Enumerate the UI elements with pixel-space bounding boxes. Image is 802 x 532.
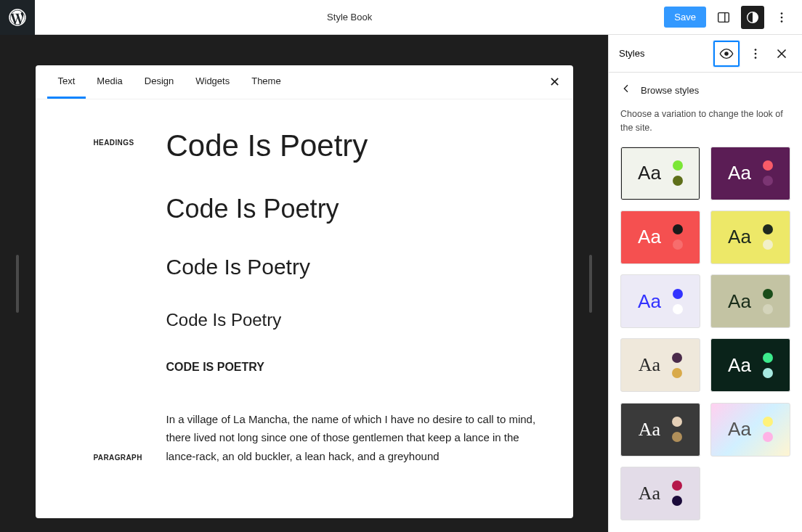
variation-palette: [763, 353, 773, 378]
color-dot: [673, 224, 683, 234]
variation-text-sample: Aa: [728, 290, 751, 313]
color-dot: [672, 417, 682, 427]
sidebar-title: Styles: [619, 48, 644, 59]
variation-palette: [763, 224, 773, 250]
svg-point-5: [781, 16, 783, 18]
variation-palette: [673, 160, 683, 186]
heading-3-sample[interactable]: Code Is Poetry: [166, 255, 537, 279]
variation-palette: [672, 353, 682, 378]
paragraph-sample[interactable]: In a village of La Mancha, the name of w…: [166, 410, 537, 466]
tab-text[interactable]: Text: [47, 65, 86, 99]
sidebar-description: Choose a variation to change the look of…: [609, 100, 802, 147]
color-dot: [763, 353, 773, 363]
svg-rect-1: [718, 12, 729, 22]
variation-text-sample: Aa: [728, 354, 751, 377]
variation-text-sample: Aa: [639, 483, 660, 504]
variation-text-sample: Aa: [638, 162, 661, 184]
kebab-icon: [774, 9, 790, 25]
close-sidebar-button[interactable]: [771, 44, 792, 64]
color-dot: [763, 224, 773, 234]
color-dot: [763, 368, 773, 378]
styles-button[interactable]: [741, 6, 764, 29]
variation-palette: [673, 289, 683, 314]
color-dot: [673, 176, 683, 186]
color-dot: [763, 160, 773, 171]
tab-widgets[interactable]: Widgets: [185, 65, 240, 99]
variation-palette: [672, 417, 682, 442]
color-dot: [672, 368, 682, 378]
heading-5-sample[interactable]: CODE IS POETRY: [166, 361, 537, 374]
color-dot: [672, 480, 682, 491]
color-dot: [672, 496, 682, 506]
variation-text-sample: Aa: [728, 162, 751, 184]
variation-text-sample: Aa: [728, 226, 751, 248]
style-variation-0[interactable]: Aa: [620, 147, 700, 200]
heading-2-sample[interactable]: Code Is Poetry: [166, 194, 537, 224]
color-dot: [763, 240, 773, 250]
close-stylebook-button[interactable]: ✕: [549, 74, 560, 90]
style-variation-10[interactable]: Aa: [620, 467, 700, 520]
page-title: Style Book: [35, 12, 664, 22]
sidebar-layout-icon: [716, 9, 732, 25]
variation-text-sample: Aa: [728, 418, 751, 441]
svg-point-9: [755, 52, 757, 54]
svg-point-10: [755, 57, 757, 59]
style-variation-5[interactable]: Aa: [710, 274, 790, 328]
color-dot: [763, 432, 773, 442]
color-dot: [672, 432, 682, 442]
wordpress-icon: [9, 9, 26, 26]
options-button[interactable]: [770, 6, 793, 29]
variation-text-sample: Aa: [639, 354, 660, 376]
view-toggle-button[interactable]: [712, 6, 735, 29]
resize-handle-left[interactable]: [16, 255, 19, 313]
style-variation-9[interactable]: Aa: [710, 403, 790, 457]
heading-4-sample[interactable]: Code Is Poetry: [166, 310, 537, 330]
heading-1-sample[interactable]: Code Is Poetry: [166, 128, 537, 163]
browse-styles-title: Browse styles: [641, 85, 699, 96]
headings-section-label: HEADINGS: [94, 139, 134, 147]
save-button[interactable]: Save: [664, 7, 706, 28]
style-variation-1[interactable]: Aa: [710, 147, 790, 200]
color-dot: [673, 240, 683, 250]
kebab-icon: [748, 46, 763, 62]
variation-palette: [763, 417, 773, 442]
tab-media[interactable]: Media: [86, 65, 133, 99]
svg-point-4: [781, 12, 783, 15]
color-dot: [673, 289, 683, 299]
close-icon: [774, 46, 790, 62]
style-variation-2[interactable]: Aa: [620, 210, 700, 264]
sidebar-options-button[interactable]: [745, 44, 766, 64]
style-variation-3[interactable]: Aa: [710, 210, 790, 264]
resize-handle-right[interactable]: [589, 255, 592, 313]
color-dot: [763, 417, 773, 427]
svg-point-7: [724, 52, 729, 56]
color-dot: [672, 353, 682, 363]
style-variation-8[interactable]: Aa: [620, 403, 700, 457]
color-dot: [763, 289, 773, 299]
variation-text-sample: Aa: [639, 419, 660, 441]
style-variation-6[interactable]: Aa: [620, 338, 700, 392]
color-dot: [673, 160, 683, 171]
svg-point-8: [755, 49, 757, 51]
paragraph-section-label: PARAGRAPH: [94, 454, 142, 462]
tab-theme[interactable]: Theme: [240, 65, 291, 99]
tab-design[interactable]: Design: [134, 65, 185, 99]
color-dot: [763, 304, 773, 314]
variation-text-sample: Aa: [638, 290, 661, 313]
wordpress-logo[interactable]: [0, 0, 35, 35]
variation-palette: [673, 224, 683, 250]
style-variation-4[interactable]: Aa: [620, 274, 700, 328]
variation-palette: [763, 289, 773, 314]
variation-palette: [763, 160, 773, 186]
chevron-left-icon: [620, 83, 632, 94]
contrast-icon: [745, 9, 761, 25]
color-dot: [673, 304, 683, 314]
variation-palette: [672, 480, 682, 506]
back-button[interactable]: [620, 83, 632, 97]
variation-text-sample: Aa: [638, 226, 661, 248]
style-variation-7[interactable]: Aa: [710, 338, 790, 392]
color-dot: [763, 176, 773, 186]
eye-icon: [718, 46, 734, 62]
stylebook-toggle-button[interactable]: [713, 41, 740, 67]
svg-point-6: [781, 20, 783, 22]
